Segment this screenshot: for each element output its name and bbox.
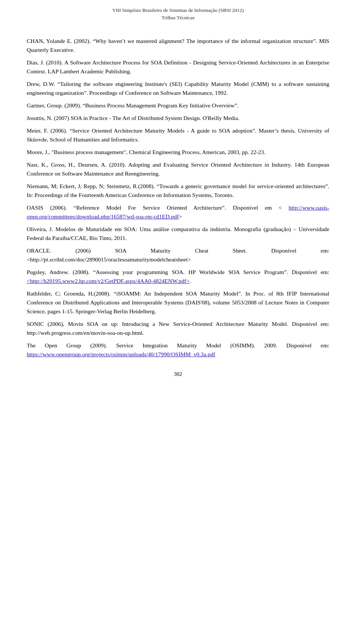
ref-meier-text: Meier, F. (2006). “Service Oriented Arch… (27, 126, 329, 144)
ref-moore: Moore, J., "Business process management"… (27, 148, 329, 157)
ref-chan: CHAN, Yolande E. (2002). “Why haven’t we… (27, 37, 329, 54)
ref-oasis: OASIS (2006). “Reference Model For Servi… (27, 203, 329, 221)
ref-oracle: ORACLE. (2006) SOA Maturity Cheat Sheet.… (27, 246, 329, 264)
ref-sonic: SONIC (2006), Movin SOA on up: Introduci… (27, 320, 329, 337)
ref-opengroup: The Open Group (2009). Service Integrati… (27, 341, 329, 359)
ref-dias-text: Dias, J. (2010). A Software Architecture… (27, 58, 329, 76)
ref-josuttis-text: Josuttis, N. (2007) SOA in Practice - Th… (27, 114, 329, 123)
ref-rathfelder-text: Rathfelder, C; Groenda, H.(2008). “iSOAM… (27, 289, 329, 316)
ref-opengroup-text: The Open Group (2009). Service Integrati… (27, 341, 329, 359)
ref-pugsley-before: Pugsley, Andrew. (2008). “Assessing your… (27, 269, 329, 275)
ref-sonic-text: SONIC (2006), Movin SOA on up: Introduci… (27, 320, 329, 337)
ref-josuttis: Josuttis, N. (2007) SOA in Practice - Th… (27, 114, 329, 123)
ref-opengroup-before: The Open Group (2009). Service Integrati… (27, 342, 329, 348)
ref-opengroup-link[interactable]: https://www.opengroup.org/projects/osimm… (27, 351, 215, 357)
ref-chan-text: CHAN, Yolande E. (2002). “Why haven’t we… (27, 37, 329, 54)
ref-drew-text: Drew, D.W. “Tailoring the software engin… (27, 80, 329, 97)
ref-pugsley-text: Pugsley, Andrew. (2008). “Assessing your… (27, 268, 329, 286)
ref-pugsley-link[interactable]: <http://h20195.www2.hp.com/v2/GetPDF.asp… (27, 278, 189, 284)
page-header: VIII Simpósio Brasileiro de Sistemas de … (0, 0, 356, 26)
ref-oracle-text: ORACLE. (2006) SOA Maturity Cheat Sheet.… (27, 246, 329, 264)
header-line1: VIII Simpósio Brasileiro de Sistemas de … (22, 7, 334, 14)
ref-niemann-text: Niemann, M; Eckert, J; Repp, N; Steinmet… (27, 182, 329, 200)
ref-nasr-text: Nasr, K., Gross, H., Deursen, A. (2010).… (27, 160, 329, 178)
ref-gartner-text: Gartner, Group. (2009). “Business Proces… (27, 101, 329, 110)
ref-gartner: Gartner, Group. (2009). “Business Proces… (27, 101, 329, 110)
ref-rathfelder: Rathfelder, C; Groenda, H.(2008). “iSOAM… (27, 289, 329, 316)
ref-drew: Drew, D.W. “Tailoring the software engin… (27, 80, 329, 97)
header-line2: Trilhas Técnicas (22, 14, 334, 21)
page-number: 302 (27, 370, 329, 378)
ref-oasis-text: OASIS (2006). “Reference Model For Servi… (27, 203, 329, 221)
ref-oasis-before: OASIS (2006). “Reference Model For Servi… (27, 204, 289, 211)
ref-dias: Dias, J. (2010). A Software Architecture… (27, 58, 329, 76)
ref-niemann: Niemann, M; Eckert, J; Repp, N; Steinmet… (27, 182, 329, 200)
ref-oasis-after: > (179, 213, 182, 220)
ref-oliveira: Oliveira, J. Modelos de Maturidade em SO… (27, 225, 329, 243)
ref-pugsley: Pugsley, Andrew. (2008). “Assessing your… (27, 268, 329, 286)
ref-meier: Meier, F. (2006). “Service Oriented Arch… (27, 126, 329, 144)
ref-oliveira-text: Oliveira, J. Modelos de Maturidade em SO… (27, 225, 329, 243)
page: VIII Simpósio Brasileiro de Sistemas de … (0, 0, 356, 644)
ref-pugsley-after: . (189, 278, 191, 284)
main-content: CHAN, Yolande E. (2002). “Why haven’t we… (0, 26, 356, 401)
ref-moore-text: Moore, J., "Business process management"… (27, 148, 329, 157)
ref-nasr: Nasr, K., Gross, H., Deursen, A. (2010).… (27, 160, 329, 178)
